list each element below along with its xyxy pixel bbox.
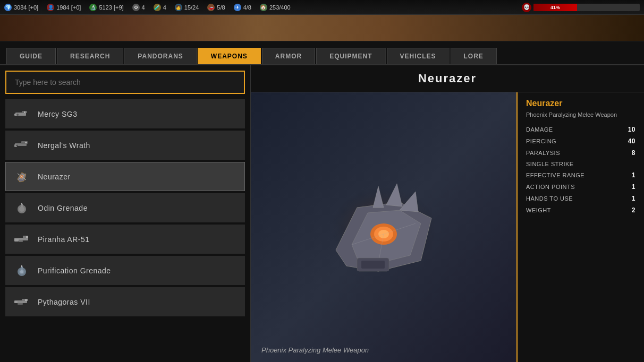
weapon-description: Phoenix Paralyzing Melee Weapon [261,346,369,354]
weapon-name-mercy-sg3: Mercy SG3 [38,110,78,118]
stat-row-damage: DAMAGE 10 [526,124,635,135]
resources-icon: 🔬 [89,4,97,11]
list-item-neurazer[interactable]: Neurazer [5,162,245,191]
stat-soldiers: 👤 1984 [+0] [47,4,81,11]
right-panel: Neurazer [251,65,644,362]
stat-row-paralysis: PARALYSIS 8 [526,148,635,158]
stat-label-hands-to-use: HANDS TO USE [526,195,573,202]
tab-weapons[interactable]: WEAPONS [198,48,261,64]
stat-label-damage: DAMAGE [526,126,553,133]
stat-aircraft: ✈ 4/8 [234,4,251,11]
health-container: 💀 41% [522,3,640,12]
scientists-value: 4 [163,4,166,11]
squad-icon: 🧑 [175,4,182,11]
stat-value-hands-to-use: 1 [632,195,635,202]
stat-row-action-points: ACTION POINTS 1 [526,182,635,192]
stat-row-weight: WEIGHT 2 [526,205,635,216]
list-item[interactable]: Piranha AR-51 [5,225,245,254]
weapon-icon-pythagoras-vii [12,292,31,312]
vehicles-value: 5/8 [217,4,225,11]
aircraft-icon: ✈ [234,4,241,11]
stat-tech: ⚙ 4 [132,4,145,11]
tab-guide[interactable]: GUIDE [6,48,56,64]
stat-label-effective-range: EFFECTIVE RANGE [526,172,584,178]
svg-point-27 [20,270,23,273]
svg-rect-21 [14,239,19,242]
weapon-name-purification-grenade: Purification Grenade [38,266,111,275]
stat-vehicles: 🚗 5/8 [207,4,225,11]
list-item[interactable]: Mercy SG3 [5,99,245,128]
top-bar: 💎 3084 [+0] 👤 1984 [+0] 🔬 5123 [+9] ⚙ 4 … [0,0,644,15]
scientists-icon: 🧪 [154,4,161,11]
detail-title: Neurazer [251,65,644,92]
svg-rect-8 [25,142,27,143]
map-strip [0,15,644,41]
svg-point-9 [16,144,18,146]
squad-value: 15/24 [184,4,199,11]
stat-scientists: 🧪 4 [154,4,166,11]
svg-rect-28 [21,265,22,267]
tech-value: 4 [142,4,145,11]
list-item[interactable]: Nergal's Wrath [5,131,245,160]
svg-rect-18 [21,203,22,204]
stat-value-damage: 10 [628,126,635,133]
list-item[interactable]: Odin Grenade [5,193,245,222]
weapon-preview-image [299,170,469,287]
health-bar-fill: 41% [533,4,577,11]
weapon-icon-neurazer [12,167,31,186]
weapon-icon-purification-grenade [12,261,31,280]
svg-rect-3 [24,111,26,113]
left-panel: Mercy SG3 Nergal's Wrath [0,65,251,362]
weapon-name-nergals-wrath: Nergal's Wrath [38,141,90,150]
weapon-name-odin-grenade: Odin Grenade [38,204,88,212]
base-value: 253/400 [269,4,291,11]
svg-rect-47 [361,261,385,269]
credits-value: 3084 [+0] [14,4,38,11]
stat-value-action-points: 1 [632,183,635,191]
aircraft-value: 4/8 [243,4,251,11]
stat-credits: 💎 3084 [+0] [4,4,38,11]
weapon-list: Mercy SG3 Nergal's Wrath [5,99,245,316]
right-panel-body: Phoenix Paralyzing Melee Weapon Neurazer… [251,92,644,362]
tech-icon: ⚙ [132,4,140,11]
stat-value-piercing: 40 [628,137,635,145]
weapon-icon-piranha-ar51 [12,230,31,249]
stat-value-effective-range: 1 [632,171,635,179]
stat-row-single-strike: SINGLE STRIKE [526,159,635,169]
weapon-icon-nergals-wrath [12,136,31,155]
tab-research[interactable]: RESEARCH [57,48,123,64]
tab-lore[interactable]: LORE [451,48,497,64]
weapon-name-pythagoras-vii: Pythagoras VII [38,298,90,306]
svg-rect-31 [14,301,18,303]
tab-armor[interactable]: ARMOR [262,48,315,64]
svg-point-17 [19,206,24,212]
weapon-preview: Phoenix Paralyzing Melee Weapon [251,92,516,362]
stat-label-weight: WEIGHT [526,207,551,213]
health-percent: 41% [550,5,560,10]
base-icon: 🏠 [260,4,267,11]
stat-value-paralysis: 8 [632,149,635,157]
stat-base: 🏠 253/400 [260,4,291,11]
svg-rect-33 [18,303,23,305]
stat-row-hands-to-use: HANDS TO USE 1 [526,193,635,204]
tab-pandorans[interactable]: PANDORANS [124,48,196,64]
search-input[interactable] [5,71,245,94]
tab-equipment[interactable]: EQUIPMENT [316,48,385,64]
credits-icon: 💎 [4,4,12,11]
health-icon: 💀 [522,3,531,12]
stat-row-effective-range: EFFECTIVE RANGE 1 [526,170,635,180]
weapon-icon-mercy-sg3 [12,105,31,124]
svg-rect-32 [25,299,27,301]
health-bar-bg: 41% [533,4,640,11]
soldiers-icon: 👤 [47,4,54,11]
main-content: Mercy SG3 Nergal's Wrath [0,65,644,362]
tab-vehicles[interactable]: VEHICLES [387,48,450,64]
stat-label-paralysis: PARALYSIS [526,150,560,156]
weapon-stats-name: Neurazer [526,99,635,108]
list-item[interactable]: Pythagoras VII [5,287,245,316]
list-item[interactable]: Purification Grenade [5,256,245,285]
stat-value-weight: 2 [632,206,635,214]
weapon-stats-panel: Neurazer Phoenix Paralyzing Melee Weapon… [516,92,644,362]
svg-rect-23 [19,240,23,242]
weapon-icon-odin-grenade [12,199,31,218]
